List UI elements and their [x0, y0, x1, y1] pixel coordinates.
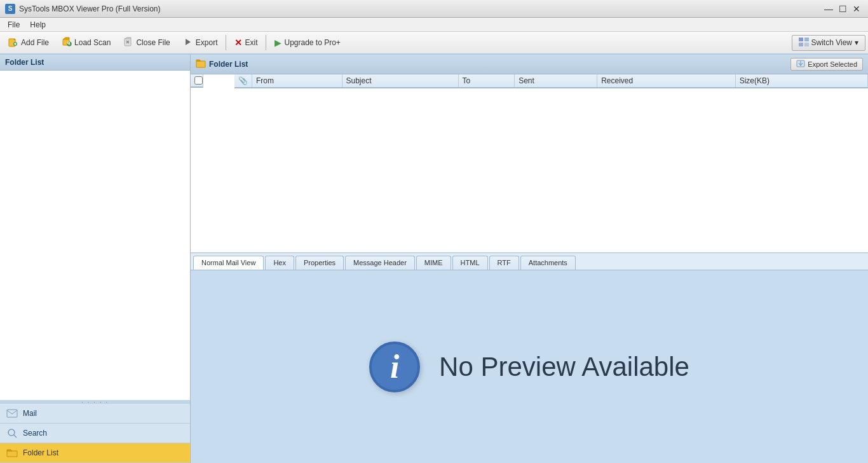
export-selected-button[interactable]: Export Selected [790, 58, 863, 71]
nav-item-search[interactable]: Search [0, 424, 190, 443]
switch-view-dropdown-icon: ▾ [855, 38, 858, 47]
col-attachment: 📎 [234, 74, 252, 88]
add-file-icon [8, 37, 18, 49]
nav-item-mail[interactable]: Mail [0, 404, 190, 424]
export-label: Export [196, 38, 218, 47]
menu-bar: File Help [0, 18, 868, 32]
svg-line-16 [14, 435, 17, 438]
folder-list-panel-header: Folder List Export Selected [191, 55, 868, 74]
title-bar-controls: — ☐ ✕ [822, 3, 863, 15]
preview-panel: Normal Mail View Hex Properties Message … [191, 253, 868, 463]
col-to[interactable]: To [458, 74, 515, 88]
switch-view-label: Switch View [811, 38, 852, 47]
right-panel: Folder List Export Selected [191, 55, 868, 463]
search-nav-icon [6, 427, 18, 439]
email-area: 📎 From Subject To [191, 74, 868, 252]
folder-list-panel: Folder List Export Selected [191, 55, 868, 253]
export-button[interactable]: Export [177, 34, 224, 52]
email-table: 📎 From Subject To [191, 74, 868, 88]
main-container: Folder List · · · · · Mail [0, 55, 868, 463]
nav-search-label: Search [23, 429, 47, 438]
exit-label: Exit [245, 38, 257, 47]
load-scan-button[interactable]: Load Scan [56, 34, 116, 52]
folder-list-panel-title: Folder List [209, 60, 248, 69]
maximize-button[interactable]: ☐ [836, 3, 849, 15]
tab-message-header[interactable]: Message Header [345, 256, 415, 270]
nav-folder-list-label: Folder List [23, 448, 58, 457]
col-size[interactable]: Size(KB) [735, 74, 867, 88]
svg-rect-12 [799, 43, 803, 46]
tab-rtf[interactable]: RTF [489, 256, 519, 270]
upgrade-icon: ▶ [275, 38, 281, 48]
attachment-icon: 📎 [238, 76, 248, 85]
menu-help[interactable]: Help [25, 19, 51, 31]
col-subject[interactable]: Subject [342, 74, 458, 88]
menu-file[interactable]: File [3, 19, 25, 31]
add-file-label: Add File [21, 38, 49, 47]
left-panel: Folder List · · · · · Mail [0, 55, 191, 463]
left-panel-bottom: · · · · · Mail Se [0, 400, 190, 463]
col-from[interactable]: From [252, 74, 342, 88]
tab-mime[interactable]: MIME [416, 256, 451, 270]
col-checkbox [191, 74, 203, 88]
nav-mail-label: Mail [23, 409, 37, 418]
svg-rect-4 [14, 43, 17, 44]
resize-dots: · · · · · [81, 399, 109, 406]
tab-hex[interactable]: Hex [265, 256, 294, 270]
export-icon [183, 37, 193, 49]
tab-properties[interactable]: Properties [295, 256, 344, 270]
left-panel-header: Folder List [0, 55, 190, 71]
close-file-label: Close File [136, 38, 170, 47]
upgrade-label: Upgrade to Pro+ [284, 38, 340, 47]
info-icon: i [369, 342, 420, 392]
folder-list-header-icon [196, 59, 206, 70]
nav-item-folder-list[interactable]: Folder List [0, 443, 190, 463]
svg-marker-9 [186, 39, 191, 45]
svg-rect-14 [7, 410, 17, 417]
title-bar: S SysTools MBOX Viewer Pro (Full Version… [0, 0, 868, 18]
add-file-button[interactable]: Add File [3, 34, 55, 52]
load-scan-icon [62, 37, 72, 49]
toolbar: Add File Load Scan Close File [0, 32, 868, 55]
app-title: SysTools MBOX Viewer Pro (Full Version) [19, 4, 161, 13]
preview-tabs: Normal Mail View Hex Properties Message … [191, 253, 868, 270]
toolbar-separator-2 [266, 35, 266, 50]
svg-rect-10 [799, 38, 803, 41]
left-panel-title: Folder List [5, 58, 44, 67]
minimize-button[interactable]: — [822, 3, 835, 15]
switch-view-icon [799, 38, 809, 48]
tab-html[interactable]: HTML [452, 256, 488, 270]
email-table-header: 📎 From Subject To [191, 74, 868, 88]
svg-rect-11 [804, 38, 809, 41]
select-all-checkbox[interactable] [194, 76, 203, 85]
folder-list-icon [6, 447, 18, 459]
no-preview-text: No Preview Available [439, 352, 689, 382]
col-sent[interactable]: Sent [515, 74, 597, 88]
upgrade-button[interactable]: ▶ Upgrade to Pro+ [269, 35, 346, 50]
app-icon: S [5, 4, 15, 14]
tab-normal-mail-view[interactable]: Normal Mail View [193, 256, 264, 270]
title-bar-left: S SysTools MBOX Viewer Pro (Full Version… [5, 4, 161, 14]
folder-list-header-left: Folder List [196, 59, 248, 70]
tab-attachments[interactable]: Attachments [520, 256, 576, 270]
no-preview-container: i No Preview Available [369, 342, 689, 392]
close-button[interactable]: ✕ [850, 3, 863, 15]
exit-icon: ✕ [234, 38, 242, 48]
toolbar-separator-1 [226, 35, 226, 50]
svg-point-15 [8, 429, 15, 436]
switch-view-button[interactable]: Switch View ▾ [792, 35, 865, 51]
load-scan-label: Load Scan [74, 38, 111, 47]
close-file-button[interactable]: Close File [118, 34, 175, 52]
preview-content: i No Preview Available [191, 270, 868, 463]
col-received[interactable]: Received [597, 74, 736, 88]
exit-button[interactable]: ✕ Exit [229, 35, 263, 50]
export-selected-icon [796, 60, 805, 69]
mail-icon [6, 408, 18, 419]
svg-rect-13 [804, 43, 809, 46]
left-panel-content [0, 71, 190, 400]
close-file-icon [123, 37, 133, 49]
export-selected-label: Export Selected [808, 60, 857, 68]
